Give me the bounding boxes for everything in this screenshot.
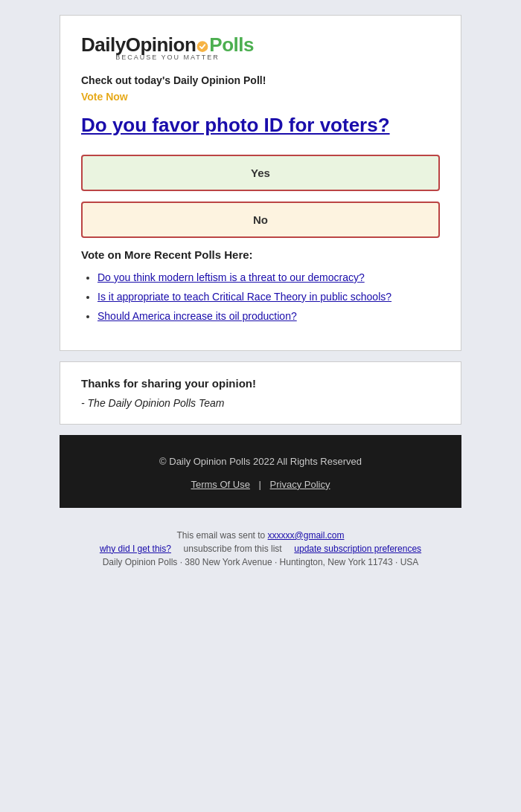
email-sent-text: This email was sent to (177, 530, 266, 541)
vote-yes-button[interactable]: Yes (81, 155, 440, 191)
why-did-i-get-this-link[interactable]: why did I get this? (100, 544, 171, 554)
more-poll-link-2[interactable]: Is it appropriate to teach Critical Race… (98, 291, 391, 303)
footer: © Daily Opinion Polls 2022 All Rights Re… (60, 435, 461, 508)
more-polls-heading: Vote on More Recent Polls Here: (81, 248, 440, 261)
checkmark-icon (196, 39, 209, 52)
footer-copyright: © Daily Opinion Polls 2022 All Rights Re… (74, 456, 447, 467)
privacy-policy-link[interactable]: Privacy Policy (270, 479, 330, 490)
list-item: Do you think modern leftism is a threat … (98, 271, 440, 283)
email-info-line: This email was sent to xxxxxx@gmail.com (74, 530, 447, 541)
logo-polls: Polls (209, 33, 254, 56)
bottom-email-section: This email was sent to xxxxxx@gmail.com … (60, 508, 461, 575)
more-poll-link-1[interactable]: Do you think modern leftism is a threat … (98, 271, 365, 283)
thanks-heading: Thanks for sharing your opinion! (81, 377, 440, 390)
email-address-link[interactable]: xxxxxx@gmail.com (268, 530, 345, 541)
list-item: Should America increase its oil producti… (98, 310, 440, 322)
footer-separator: | (259, 479, 261, 490)
terms-of-use-link[interactable]: Terms Of Use (191, 479, 249, 490)
check-intro-text: Check out today's Daily Opinion Poll! (81, 74, 440, 86)
svg-point-0 (197, 41, 208, 52)
list-item: Is it appropriate to teach Critical Race… (98, 291, 440, 303)
footer-links: Terms Of Use | Privacy Policy (74, 479, 447, 490)
logo-opinion: Opinion (126, 33, 196, 56)
thanks-card: Thanks for sharing your opinion! - The D… (60, 361, 461, 425)
thanks-team: - The Daily Opinion Polls Team (81, 397, 440, 409)
logo-daily: Daily (81, 33, 126, 56)
bottom-links: why did I get this? unsubscribe from thi… (74, 544, 447, 554)
vote-now-label: Vote Now (81, 91, 440, 103)
update-preferences-link[interactable]: update subscription preferences (294, 544, 421, 554)
poll-question-link[interactable]: Do you favor photo ID for voters? (81, 113, 440, 138)
main-poll-card: DailyOpinion Polls BECAUSE YOU MATTER Ch… (60, 15, 461, 351)
bottom-address: Daily Opinion Polls · 380 New York Avenu… (74, 557, 447, 567)
more-polls-list: Do you think modern leftism is a threat … (81, 271, 440, 322)
unsubscribe-text: unsubscribe from this list (184, 544, 282, 554)
more-poll-link-3[interactable]: Should America increase its oil producti… (98, 310, 297, 322)
vote-no-button[interactable]: No (81, 202, 440, 238)
logo-area: DailyOpinion Polls BECAUSE YOU MATTER (81, 33, 440, 61)
logo: DailyOpinion Polls BECAUSE YOU MATTER (81, 33, 254, 61)
